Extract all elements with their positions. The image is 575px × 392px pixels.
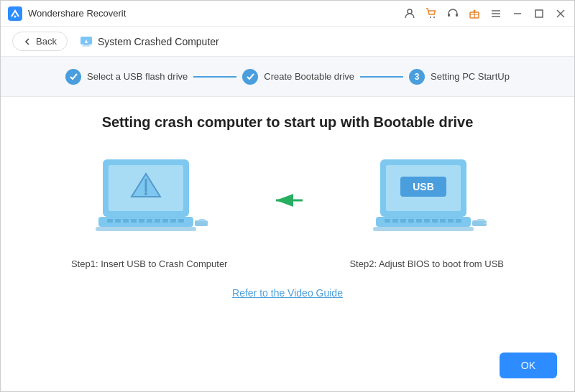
app-logo-icon — [8, 6, 22, 21]
svg-text:USB: USB — [413, 181, 434, 192]
menu-icon[interactable] — [489, 7, 502, 20]
svg-rect-49 — [416, 219, 422, 223]
svg-rect-30 — [147, 219, 152, 223]
step-2-label: Create Bootable drive — [264, 71, 354, 82]
app-name: Wondershare Recoverit — [28, 8, 126, 19]
svg-rect-18 — [82, 45, 91, 46]
step-1-label: Select a USB flash drive — [87, 71, 188, 82]
step-connector-1 — [193, 76, 236, 78]
boot-laptop: USB — [366, 152, 488, 248]
svg-rect-25 — [107, 219, 113, 223]
title-bar: Wondershare Recoverit — [1, 1, 574, 27]
svg-rect-45 — [385, 219, 390, 223]
svg-point-1 — [14, 15, 17, 17]
svg-rect-0 — [8, 6, 22, 21]
svg-rect-17 — [83, 45, 89, 46]
svg-rect-47 — [400, 219, 406, 223]
page-title-text: System Crashed Computer — [98, 36, 219, 47]
crash-laptop — [88, 152, 211, 248]
svg-rect-57 — [477, 219, 484, 221]
step-2-circle — [242, 69, 258, 85]
svg-point-4 — [433, 17, 435, 18]
step-2: Create Bootable drive — [242, 69, 354, 85]
profile-icon[interactable] — [403, 7, 416, 20]
crashed-computer-icon — [79, 34, 93, 49]
step-3-circle: 3 — [409, 69, 425, 85]
svg-rect-50 — [424, 219, 430, 223]
svg-rect-12 — [535, 10, 543, 17]
close-icon[interactable] — [554, 7, 567, 20]
svg-point-16 — [86, 42, 86, 42]
step-1-illustration: Step1: Insert USB to Crash Computer — [71, 152, 227, 269]
back-button[interactable]: Back — [12, 32, 68, 51]
svg-rect-28 — [131, 219, 137, 223]
title-bar-controls — [403, 7, 567, 20]
svg-rect-36 — [195, 220, 208, 226]
svg-rect-34 — [178, 219, 184, 223]
step-connector-2 — [360, 76, 403, 78]
svg-rect-53 — [448, 219, 454, 223]
ok-button-container: OK — [500, 353, 557, 378]
svg-point-2 — [408, 9, 412, 14]
svg-rect-26 — [115, 219, 121, 223]
svg-rect-37 — [199, 219, 205, 221]
step-3-number: 3 — [415, 72, 420, 82]
step-3: 3 Setting PC StartUp — [409, 69, 510, 85]
main-content: Setting crash computer to start up with … — [1, 97, 574, 392]
nav-bar: Back System Crashed Computer — [1, 27, 574, 57]
restore-icon[interactable] — [533, 7, 546, 20]
headset-icon[interactable] — [446, 7, 459, 20]
svg-rect-55 — [373, 227, 474, 231]
illustration-area: Step1: Insert USB to Crash Computer — [29, 152, 546, 269]
svg-rect-32 — [162, 219, 168, 223]
step-1-desc: Step1: Insert USB to Crash Computer — [71, 258, 227, 269]
main-title: Setting crash computer to start up with … — [29, 114, 546, 131]
steps-bar: Select a USB flash drive Create Bootable… — [1, 57, 574, 97]
svg-point-23 — [144, 192, 147, 195]
step-2-illustration: USB — [349, 152, 504, 269]
ok-button[interactable]: OK — [500, 353, 557, 378]
gift-icon[interactable] — [468, 7, 481, 20]
title-bar-left: Wondershare Recoverit — [8, 6, 126, 21]
arrow-container — [270, 190, 306, 211]
video-guide: Refer to the Video Guide — [29, 286, 546, 299]
svg-rect-27 — [123, 219, 129, 223]
back-label: Back — [36, 36, 57, 47]
step-3-label: Setting PC StartUp — [431, 71, 510, 82]
svg-rect-6 — [456, 14, 458, 17]
page-title: System Crashed Computer — [79, 34, 219, 49]
minimize-icon[interactable] — [511, 7, 524, 20]
step-1-circle — [65, 69, 81, 85]
step-1: Select a USB flash drive — [65, 69, 188, 85]
svg-rect-52 — [440, 219, 446, 223]
svg-rect-35 — [96, 227, 196, 231]
video-guide-link[interactable]: Refer to the Video Guide — [232, 287, 343, 299]
svg-rect-51 — [432, 219, 438, 223]
step-2-desc: Step2: Adjust BIOS to boot from USB — [349, 258, 504, 269]
svg-rect-33 — [170, 219, 176, 223]
svg-rect-46 — [392, 219, 398, 223]
cart-icon[interactable] — [425, 7, 438, 20]
svg-point-3 — [430, 17, 431, 18]
svg-rect-5 — [448, 14, 450, 17]
svg-rect-48 — [408, 219, 414, 223]
back-arrow-icon — [23, 37, 32, 46]
svg-rect-29 — [139, 219, 144, 223]
svg-rect-31 — [155, 219, 160, 223]
svg-rect-54 — [456, 219, 461, 223]
